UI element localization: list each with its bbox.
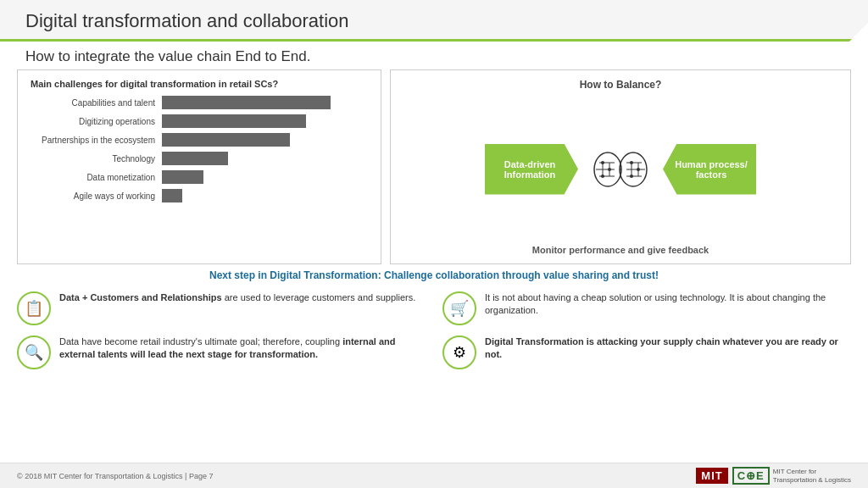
balance-row: Data-driven Information xyxy=(485,97,756,241)
bar-fill-2 xyxy=(162,114,306,128)
chart-title: Main challenges for digital transformati… xyxy=(31,79,368,89)
bar-track-2 xyxy=(162,114,368,128)
bar-track-4 xyxy=(162,152,368,165)
footer: © 2018 MIT Center for Transportation & L… xyxy=(0,463,868,488)
main-content: Main challenges for digital transformati… xyxy=(0,69,868,264)
cart-icon: 🛒 xyxy=(442,291,476,325)
bar-label-1: Capabilities and talent xyxy=(31,98,162,108)
bottom-text-3: Data have become retail industry's ultim… xyxy=(59,336,426,362)
bottom-text-3-pre: Data have become retail industry's ultim… xyxy=(59,336,342,347)
bar-fill-3 xyxy=(162,133,290,147)
mit-logo: MIT xyxy=(696,468,727,484)
bar-track-6 xyxy=(162,189,368,202)
bar-row-6: Agile ways of working xyxy=(31,189,368,202)
bar-row-2: Digitizing operations xyxy=(31,114,368,128)
header: Digital transformation and collaboration xyxy=(0,0,868,42)
footer-copyright: © 2018 MIT Center for Transportation & L… xyxy=(17,472,213,480)
checklist-icon: 📋 xyxy=(17,291,51,325)
balance-footer: Monitor performance and give feedback xyxy=(532,245,709,255)
bottom-text-1-normal: are used to leverage customers and suppl… xyxy=(225,292,416,302)
bottom-item-4: ⚙ Digital Transformation is attacking yo… xyxy=(442,330,851,374)
next-step-text: Next step in Digital Transformation: Cha… xyxy=(209,269,659,281)
subtitle: How to integrate the value chain End to … xyxy=(0,42,868,69)
bar-label-3: Partnerships in the ecosystem xyxy=(31,136,162,145)
bar-row-4: Technology xyxy=(31,152,368,165)
balance-title: How to Balance? xyxy=(580,79,662,91)
coe-text: MIT Center forTransportation & Logistics xyxy=(773,468,851,484)
bottom-text-4: Digital Transformation is attacking your… xyxy=(485,336,851,362)
bottom-grid: 📋 Data + Customers and Relationships are… xyxy=(0,286,868,374)
svg-point-15 xyxy=(601,175,604,178)
bar-label-4: Technology xyxy=(31,154,162,164)
search-icon: 🔍 xyxy=(17,336,51,369)
bottom-item-3: 🔍 Data have become retail industry's ult… xyxy=(17,330,426,374)
coe-logo: C⊕E MIT Center forTransportation & Logis… xyxy=(732,467,851,485)
svg-point-17 xyxy=(637,168,640,171)
bar-fill-4 xyxy=(162,152,228,165)
bottom-item-2: 🛒 It is not about having a cheap solutio… xyxy=(442,286,851,330)
bar-track-5 xyxy=(162,170,368,184)
next-step-banner: Next step in Digital Transformation: Cha… xyxy=(0,264,868,286)
bar-row-5: Data monetization xyxy=(31,170,368,184)
bar-fill-6 xyxy=(162,189,182,202)
bottom-text-4-bold: Digital Transformation is attacking your… xyxy=(485,336,838,359)
bar-row-1: Capabilities and talent xyxy=(31,96,368,109)
bottom-item-1: 📋 Data + Customers and Relationships are… xyxy=(17,286,426,330)
arrow-left-label: Data-driven Information xyxy=(493,159,566,180)
bottom-text-1-bold: Data + Customers and Relationships xyxy=(59,292,222,302)
brain-icon xyxy=(587,144,654,195)
bar-fill-5 xyxy=(162,170,203,184)
bar-label-6: Agile ways of working xyxy=(31,191,162,201)
arrow-left: Data-driven Information xyxy=(485,144,578,195)
svg-point-16 xyxy=(630,161,633,164)
bottom-text-1: Data + Customers and Relationships are u… xyxy=(59,291,415,304)
bar-track-3 xyxy=(162,133,368,147)
arrow-right-label: Human process/ factors xyxy=(675,159,748,180)
svg-point-14 xyxy=(608,168,611,171)
bar-fill-1 xyxy=(162,96,331,109)
coe-badge: C⊕E xyxy=(732,467,770,485)
bottom-text-2-normal: It is not about having a cheap solution … xyxy=(485,292,826,315)
gear-icon: ⚙ xyxy=(442,336,476,369)
logistics-label: Logistics xyxy=(825,476,851,484)
chart-panel: Main challenges for digital transformati… xyxy=(17,69,381,264)
svg-point-18 xyxy=(630,175,633,178)
svg-point-13 xyxy=(601,161,604,164)
header-title: Digital transformation and collaboration xyxy=(25,10,843,32)
bottom-text-2: It is not about having a cheap solution … xyxy=(485,291,851,318)
arrow-right: Human process/ factors xyxy=(663,144,756,195)
bar-label-2: Digitizing operations xyxy=(31,117,162,126)
balance-panel: How to Balance? Data-driven Information xyxy=(390,69,851,264)
bar-label-5: Data monetization xyxy=(31,173,162,182)
bar-track-1 xyxy=(162,96,368,109)
footer-logos: MIT C⊕E MIT Center forTransportation & L… xyxy=(696,467,851,485)
bar-row-3: Partnerships in the ecosystem xyxy=(31,133,368,147)
